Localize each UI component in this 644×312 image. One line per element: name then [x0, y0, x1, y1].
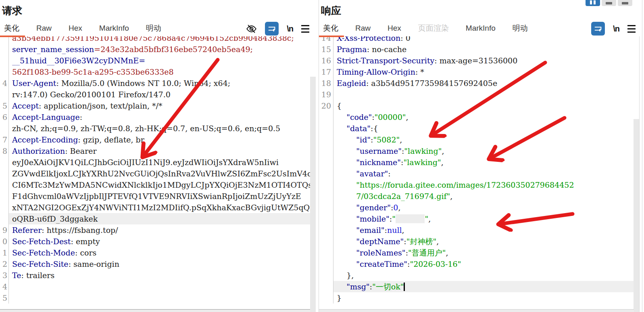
newline-toggle[interactable]: \n	[613, 24, 619, 34]
code-text: Sec-Fetch-Dest: empty	[9, 236, 310, 247]
line-number	[0, 89, 9, 100]
code-text: User-Agent: Mozilla/5.0 (Windows NT 10.0…	[9, 77, 310, 89]
line-number: 17	[319, 66, 333, 77]
tab-明动[interactable]: 明动	[146, 23, 161, 34]
line-number: 8	[0, 145, 9, 157]
menu-icon[interactable]	[627, 25, 636, 33]
code-line: "gender":0,	[319, 202, 636, 213]
code-line: ZGVwdElkIjoxLCJkYXRhU2NvcGUiOjQsInRva2Vu…	[0, 168, 310, 179]
code-text: Sec-Fetch-Mode: cors	[9, 247, 310, 258]
code-line: CI6MTc3MzYwMDA5NCwidXNlcklkIjo1MDgyLCJpY…	[0, 179, 310, 191]
code-line: 7/03cdca2a_716974.gif",	[319, 191, 636, 202]
code-text: Te: trailers	[9, 270, 310, 281]
line-number	[319, 213, 333, 224]
tab-美化[interactable]: 美化	[4, 23, 19, 34]
line-number: 20	[319, 100, 333, 111]
line-number	[319, 134, 333, 145]
code-text: "username":"lawking",	[333, 145, 636, 157]
code-line: zh-CN, zh;q=0.9, zh-TW;q=0.8, zh-HK;q=0.…	[0, 123, 310, 134]
line-number	[319, 292, 333, 304]
code-text: }	[333, 292, 636, 304]
code-line: "code":"00000",	[319, 111, 636, 123]
response-tabbar: 美化RawHex页面渲染MarkInfo明动 \n	[319, 20, 642, 36]
code-text: },	[333, 270, 636, 281]
code-text: {	[333, 100, 636, 111]
line-number: 19	[319, 89, 333, 100]
code-line: "id":"5082",	[319, 134, 636, 145]
word-wrap-icon	[267, 24, 276, 33]
line-number: 15	[319, 44, 333, 55]
code-line: 4	[0, 281, 310, 292]
code-text	[9, 281, 310, 292]
code-text: Strict-Transport-Security: max-age=31536…	[333, 55, 636, 66]
line-number: 5	[0, 100, 9, 111]
code-text: Accept-Encoding: gzip, deflate, br	[9, 134, 310, 145]
code-line: 9Referer: https://fsbang.top/	[0, 224, 310, 236]
word-wrap-button[interactable]	[591, 22, 605, 36]
code-line: 2Sec-Fetch-Site: same-origin	[0, 258, 310, 270]
code-line: "avatar":	[319, 168, 636, 179]
code-line: 562f1083-be99-5c1a-a295-c353be6333e8	[0, 66, 310, 77]
code-line: 18Eagleid: a3b54d9517735984157692405e	[319, 77, 636, 89]
line-number	[319, 224, 333, 236]
tab-MarkInfo[interactable]: MarkInfo	[99, 24, 129, 33]
line-number	[0, 191, 9, 202]
code-line: 20{	[319, 100, 636, 111]
line-number	[319, 202, 333, 213]
response-panel-title: 响应	[321, 4, 341, 17]
line-number	[319, 191, 333, 202]
response-horizontal-scrollbar[interactable]	[319, 309, 634, 312]
code-text: ZGVwdElkIjoxLCJkYXRhU2NvcGUiOjQsInRva2Vu…	[9, 168, 310, 179]
code-line: "email":null,	[319, 224, 636, 236]
line-number: 4	[0, 77, 9, 89]
tab-Raw[interactable]: Raw	[355, 24, 371, 33]
tab-Hex[interactable]: Hex	[388, 24, 401, 33]
code-text: server_name_session=243e32abd5bfbf316ebe…	[9, 44, 310, 55]
request-vertical-scrollbar[interactable]	[310, 32, 316, 312]
code-line: 5Accept: application/json, text/plain, *…	[0, 100, 310, 111]
response-editor[interactable]: 14X-Xss-Protection: 015Pragma: no-cache1…	[319, 32, 636, 309]
tab-Hex[interactable]: Hex	[69, 24, 82, 33]
word-wrap-button[interactable]	[265, 22, 279, 36]
request-panel-title: 请求	[2, 4, 22, 17]
request-panel: 请求 美化RawHexMarkInfo明动 \n	[0, 0, 316, 312]
response-panel: 响应 美化RawHex页面渲染MarkInfo明动 \n 14X-Xss-Pro…	[319, 0, 642, 312]
tab-Raw[interactable]: Raw	[36, 24, 52, 33]
hide-eye-icon[interactable]	[246, 23, 257, 34]
code-line: oQRB-u6fD_3dggakek	[0, 213, 310, 224]
line-number: 3	[0, 270, 9, 281]
line-number	[319, 145, 333, 157]
panel-layout-button-2[interactable]	[618, 0, 632, 6]
pause-button[interactable]	[586, 0, 600, 6]
panel-layout-button-1[interactable]	[602, 0, 616, 6]
window-controls	[586, 0, 632, 6]
request-editor[interactable]: a3b54ebb17735911951014180e75c7868a4c7969…	[0, 32, 310, 309]
line-number	[319, 111, 333, 123]
code-text: __51huid__30Fi6e3W2cyDNMnE=	[9, 55, 310, 66]
code-text	[9, 292, 310, 304]
tab-MarkInfo[interactable]: MarkInfo	[466, 24, 496, 33]
code-line: 1Sec-Fetch-Mode: cors	[0, 247, 310, 258]
code-line: __51huid__30Fi6e3W2cyDNMnE=	[0, 55, 310, 66]
line-number: 2	[0, 258, 9, 270]
code-line: "msg":"一切ok"	[319, 281, 636, 292]
line-number	[0, 213, 9, 224]
menu-icon[interactable]	[301, 25, 309, 33]
tab-页面渲染[interactable]: 页面渲染	[418, 23, 449, 34]
newline-toggle[interactable]: \n	[287, 24, 293, 34]
code-text: Eagleid: a3b54d9517735984157692405e	[333, 77, 636, 89]
tab-明动[interactable]: 明动	[513, 23, 528, 34]
code-text: Pragma: no-cache	[333, 44, 636, 55]
code-line: "deptName":"封神榜",	[319, 236, 636, 247]
code-line: 19	[319, 89, 636, 100]
code-line: server_name_session=243e32abd5bfbf316ebe…	[0, 44, 310, 55]
line-number: 1	[0, 247, 9, 258]
code-line: }	[319, 292, 636, 304]
code-text: 7/03cdca2a_716974.gif",	[333, 191, 636, 202]
tab-美化[interactable]: 美化	[323, 23, 338, 34]
line-number: 16	[319, 55, 333, 66]
response-vertical-scrollbar[interactable]	[634, 32, 640, 312]
code-text: xNTA2NGI2OGExZjY4NWViNTI1MzI2MDIifQ.pSqX…	[9, 202, 310, 213]
line-number	[0, 44, 9, 55]
request-horizontal-scrollbar[interactable]	[0, 309, 310, 312]
